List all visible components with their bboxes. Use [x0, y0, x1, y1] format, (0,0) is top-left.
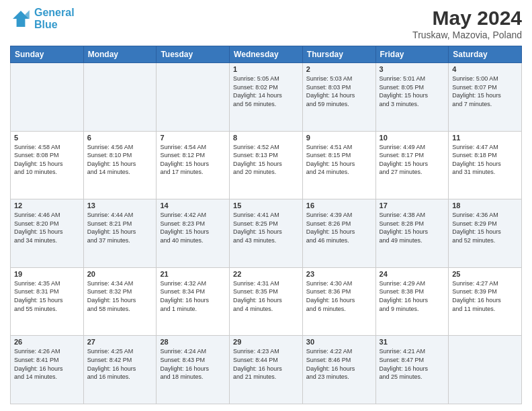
weekday-header-saturday: Saturday: [449, 46, 522, 63]
logo-blue: Blue: [34, 19, 58, 30]
calendar-cell: 5Sunrise: 4:58 AMSunset: 8:08 PMDaylight…: [11, 131, 84, 199]
calendar-cell: 1Sunrise: 5:05 AMSunset: 8:02 PMDaylight…: [230, 63, 303, 132]
day-info: Sunrise: 5:00 AMSunset: 8:07 PMDaylight:…: [452, 75, 518, 108]
day-info: Sunrise: 4:58 AMSunset: 8:08 PMDaylight:…: [14, 143, 80, 177]
day-info: Sunrise: 4:23 AMSunset: 8:44 PMDaylight:…: [233, 347, 299, 381]
day-number: 1: [233, 65, 299, 73]
day-number: 27: [87, 338, 153, 346]
calendar-cell: [449, 336, 522, 404]
calendar-week-4: 19Sunrise: 4:35 AMSunset: 8:31 PMDayligh…: [11, 267, 522, 336]
page: General Blue May 2024 Truskaw, Mazovia, …: [0, 0, 532, 411]
calendar-cell: 10Sunrise: 4:49 AMSunset: 8:17 PMDayligh…: [375, 131, 449, 199]
weekday-header-thursday: Thursday: [302, 46, 375, 63]
day-number: 11: [452, 134, 518, 142]
day-number: 29: [233, 338, 299, 346]
day-info: Sunrise: 4:35 AMSunset: 8:31 PMDaylight:…: [14, 279, 80, 313]
calendar-cell: 29Sunrise: 4:23 AMSunset: 8:44 PMDayligh…: [230, 336, 303, 404]
subtitle: Truskaw, Mazovia, Poland: [412, 30, 522, 40]
calendar-cell: 26Sunrise: 4:26 AMSunset: 8:41 PMDayligh…: [11, 336, 84, 404]
day-info: Sunrise: 4:46 AMSunset: 8:20 PMDaylight:…: [14, 211, 80, 244]
title-block: May 2024 Truskaw, Mazovia, Poland: [412, 7, 522, 40]
weekday-header-wednesday: Wednesday: [230, 46, 303, 63]
weekday-header-sunday: Sunday: [11, 46, 84, 63]
day-info: Sunrise: 4:22 AMSunset: 8:46 PMDaylight:…: [306, 347, 372, 381]
logo: General Blue: [10, 7, 75, 30]
day-info: Sunrise: 5:03 AMSunset: 8:03 PMDaylight:…: [306, 75, 372, 108]
day-info: Sunrise: 4:36 AMSunset: 8:29 PMDaylight:…: [452, 211, 518, 244]
day-number: 25: [452, 270, 518, 278]
day-info: Sunrise: 5:05 AMSunset: 8:02 PMDaylight:…: [233, 75, 299, 108]
svg-marker-1: [25, 10, 29, 19]
day-number: 3: [380, 65, 445, 73]
day-info: Sunrise: 4:38 AMSunset: 8:28 PMDaylight:…: [380, 211, 445, 244]
day-info: Sunrise: 4:51 AMSunset: 8:15 PMDaylight:…: [306, 143, 372, 177]
day-info: Sunrise: 4:30 AMSunset: 8:36 PMDaylight:…: [306, 279, 372, 313]
weekday-header-friday: Friday: [375, 46, 449, 63]
calendar-cell: 19Sunrise: 4:35 AMSunset: 8:31 PMDayligh…: [11, 267, 84, 336]
day-number: 10: [380, 134, 445, 142]
calendar-cell: [11, 63, 84, 132]
logo-general: General: [34, 7, 75, 18]
weekday-header-monday: Monday: [83, 46, 157, 63]
day-number: 2: [306, 65, 372, 73]
day-number: 5: [14, 134, 80, 142]
day-info: Sunrise: 4:26 AMSunset: 8:41 PMDaylight:…: [14, 347, 80, 381]
day-number: 12: [14, 201, 80, 210]
logo-icon: [10, 8, 32, 30]
day-info: Sunrise: 4:25 AMSunset: 8:42 PMDaylight:…: [87, 347, 153, 381]
day-number: 15: [233, 201, 299, 210]
day-info: Sunrise: 4:42 AMSunset: 8:23 PMDaylight:…: [160, 211, 226, 244]
main-title: May 2024: [412, 7, 522, 30]
day-number: 6: [87, 134, 153, 142]
day-number: 19: [14, 270, 80, 278]
calendar-cell: 20Sunrise: 4:34 AMSunset: 8:32 PMDayligh…: [83, 267, 157, 336]
day-info: Sunrise: 4:27 AMSunset: 8:39 PMDaylight:…: [452, 279, 518, 313]
day-info: Sunrise: 4:41 AMSunset: 8:25 PMDaylight:…: [233, 211, 299, 244]
calendar-cell: [157, 63, 230, 132]
day-number: 24: [380, 270, 445, 278]
day-number: 13: [87, 201, 153, 210]
calendar-cell: 28Sunrise: 4:24 AMSunset: 8:43 PMDayligh…: [157, 336, 230, 404]
calendar-cell: 11Sunrise: 4:47 AMSunset: 8:18 PMDayligh…: [449, 131, 522, 199]
day-number: 22: [233, 270, 299, 278]
day-number: 23: [306, 270, 372, 278]
logo-text: General Blue: [34, 7, 75, 30]
day-info: Sunrise: 4:47 AMSunset: 8:18 PMDaylight:…: [452, 143, 518, 177]
calendar-cell: 12Sunrise: 4:46 AMSunset: 8:20 PMDayligh…: [11, 199, 84, 268]
day-number: 7: [160, 134, 226, 142]
calendar-week-3: 12Sunrise: 4:46 AMSunset: 8:20 PMDayligh…: [11, 199, 522, 268]
header: General Blue May 2024 Truskaw, Mazovia, …: [10, 7, 522, 40]
calendar-table: SundayMondayTuesdayWednesdayThursdayFrid…: [10, 46, 522, 404]
calendar-cell: 18Sunrise: 4:36 AMSunset: 8:29 PMDayligh…: [449, 199, 522, 268]
day-info: Sunrise: 4:29 AMSunset: 8:38 PMDaylight:…: [380, 279, 445, 313]
calendar-cell: 14Sunrise: 4:42 AMSunset: 8:23 PMDayligh…: [157, 199, 230, 268]
day-number: 14: [160, 201, 226, 210]
day-info: Sunrise: 4:39 AMSunset: 8:26 PMDaylight:…: [306, 211, 372, 244]
calendar-cell: 17Sunrise: 4:38 AMSunset: 8:28 PMDayligh…: [375, 199, 449, 268]
calendar-cell: 24Sunrise: 4:29 AMSunset: 8:38 PMDayligh…: [375, 267, 449, 336]
day-number: 9: [306, 134, 372, 142]
calendar-cell: 8Sunrise: 4:52 AMSunset: 8:13 PMDaylight…: [230, 131, 303, 199]
day-info: Sunrise: 4:44 AMSunset: 8:21 PMDaylight:…: [87, 211, 153, 244]
calendar-cell: 4Sunrise: 5:00 AMSunset: 8:07 PMDaylight…: [449, 63, 522, 132]
day-info: Sunrise: 4:24 AMSunset: 8:43 PMDaylight:…: [160, 347, 226, 381]
day-number: 26: [14, 338, 80, 346]
day-number: 30: [306, 338, 372, 346]
day-number: 28: [160, 338, 226, 346]
calendar-week-2: 5Sunrise: 4:58 AMSunset: 8:08 PMDaylight…: [11, 131, 522, 199]
calendar-header-row: SundayMondayTuesdayWednesdayThursdayFrid…: [11, 46, 522, 63]
day-number: 17: [380, 201, 445, 210]
calendar-cell: 9Sunrise: 4:51 AMSunset: 8:15 PMDaylight…: [302, 131, 375, 199]
day-info: Sunrise: 4:34 AMSunset: 8:32 PMDaylight:…: [87, 279, 153, 313]
calendar-cell: 31Sunrise: 4:21 AMSunset: 8:47 PMDayligh…: [375, 336, 449, 404]
calendar-cell: 16Sunrise: 4:39 AMSunset: 8:26 PMDayligh…: [302, 199, 375, 268]
day-number: 21: [160, 270, 226, 278]
day-number: 16: [306, 201, 372, 210]
day-number: 18: [452, 201, 518, 210]
calendar-week-1: 1Sunrise: 5:05 AMSunset: 8:02 PMDaylight…: [11, 63, 522, 132]
day-info: Sunrise: 4:49 AMSunset: 8:17 PMDaylight:…: [380, 143, 445, 177]
calendar-cell: 23Sunrise: 4:30 AMSunset: 8:36 PMDayligh…: [302, 267, 375, 336]
calendar-cell: 2Sunrise: 5:03 AMSunset: 8:03 PMDaylight…: [302, 63, 375, 132]
calendar-week-5: 26Sunrise: 4:26 AMSunset: 8:41 PMDayligh…: [11, 336, 522, 404]
day-info: Sunrise: 4:21 AMSunset: 8:47 PMDaylight:…: [380, 347, 445, 381]
